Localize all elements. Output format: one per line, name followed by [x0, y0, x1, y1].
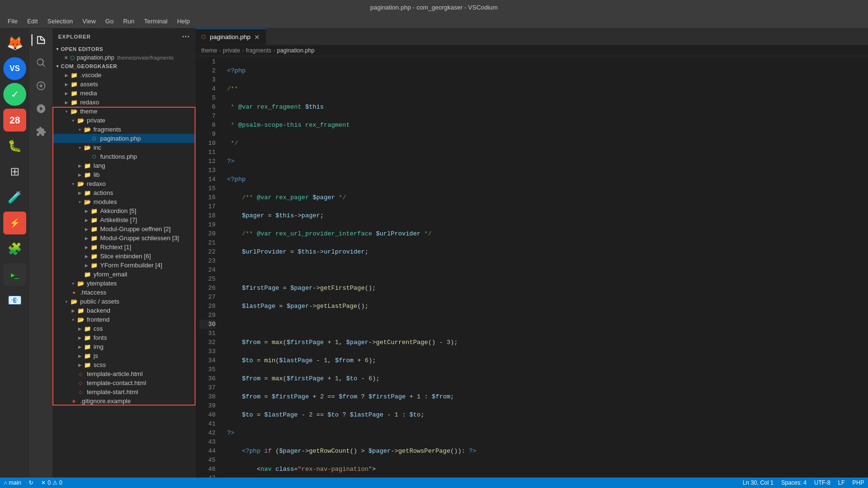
sidebar-more-icon[interactable]: ···	[182, 32, 190, 41]
app-icon-puzzle[interactable]: 🧩	[3, 237, 26, 260]
tree-inc[interactable]: ▾ 📂 inc	[52, 143, 196, 152]
tree-img[interactable]: ▶ 📁 img	[52, 342, 196, 351]
tree-fonts[interactable]: ▶ 📁 fonts	[52, 333, 196, 342]
app-icon-check[interactable]: ✓	[3, 83, 26, 106]
activity-explorer[interactable]	[31, 30, 51, 50]
tree-template-start[interactable]: ◇ template-start.html	[52, 387, 196, 396]
status-sync[interactable]: ↻	[29, 479, 33, 486]
tree-akkordion[interactable]: ▶ 📁 Akkordion [5]	[52, 206, 196, 215]
tree-label: assets	[80, 81, 98, 88]
menu-go[interactable]: Go	[102, 16, 117, 27]
tree-label-fragments: fragments	[93, 126, 121, 133]
menu-selection[interactable]: Selection	[43, 16, 76, 27]
tree-css[interactable]: ▶ 📁 css	[52, 324, 196, 333]
status-spaces[interactable]: Spaces: 4	[781, 479, 806, 486]
activity-search[interactable]	[31, 53, 51, 72]
tree-actions[interactable]: ▶ 📁 actions	[52, 188, 196, 197]
tree-media[interactable]: ▶ 📁 media	[52, 89, 196, 98]
menu-view[interactable]: View	[79, 16, 100, 27]
app-icon-extensions[interactable]: ⊞	[3, 160, 26, 183]
menu-terminal[interactable]: Terminal	[140, 16, 171, 27]
breadcrumb-file[interactable]: pagination.php	[277, 47, 315, 54]
app-icon-debug[interactable]: 🐛	[3, 134, 26, 157]
code-editor[interactable]: 12345 678910 1112131415 1617181920 21222…	[196, 56, 868, 478]
tree-modules[interactable]: ▾ 📂 modules	[52, 197, 196, 206]
tree-lang[interactable]: ▶ 📁 lang	[52, 161, 196, 170]
tree-frontend[interactable]: ▾ 📂 frontend	[52, 315, 196, 324]
folder-icon: 📁	[90, 244, 98, 251]
tree-slice-einbinden[interactable]: ▶ 📁 Slice einbinden [6]	[52, 252, 196, 261]
status-line-ending[interactable]: LF	[838, 479, 845, 486]
tree-label-fonts: fonts	[93, 334, 107, 341]
tree-gitignore[interactable]: ◈ .gitignore.example	[52, 396, 196, 406]
tab-close-button[interactable]: ✕	[254, 33, 260, 41]
app-icon-mail[interactable]: 📧	[3, 289, 26, 312]
breadcrumb-private[interactable]: private	[223, 47, 240, 54]
folder-icon: 📁	[90, 208, 98, 214]
menu-run[interactable]: Run	[119, 16, 138, 27]
folder-icon: 📁	[83, 172, 92, 178]
tree-redaxo-theme[interactable]: ▾ 📂 redaxo	[52, 179, 196, 188]
open-editor-close-icon[interactable]: ✕	[64, 55, 68, 61]
config-icon: ●	[70, 290, 78, 295]
open-editor-item[interactable]: ✕ ⬡ pagination.php theme/private/fragmen…	[52, 53, 196, 62]
tree-public-assets[interactable]: ▾ 📂 public / assets	[52, 297, 196, 306]
status-language[interactable]: PHP	[852, 479, 864, 486]
tree-vscode[interactable]: ▶ 📁 .vscode	[52, 71, 196, 80]
tree-template-article[interactable]: ◇ template-article.html	[52, 369, 196, 378]
status-line-col[interactable]: Ln 30, Col 1	[743, 479, 774, 486]
folder-open-icon: 📂	[76, 117, 85, 124]
activity-git[interactable]	[31, 76, 51, 95]
breadcrumb-sep2: ›	[242, 47, 244, 54]
tree-artikelliste[interactable]: ▶ 📁 Artikelliste [7]	[52, 215, 196, 224]
tree-functions-php[interactable]: ⬡ functions.php	[52, 152, 196, 161]
app-icon-zap[interactable]: ⚡	[3, 212, 26, 234]
breadcrumb-fragments[interactable]: fragments	[246, 47, 271, 54]
tree-label-ytemplates: ytemplates	[87, 280, 117, 287]
folder-icon: 📁	[83, 325, 92, 332]
window-title: pagination.php - com_georgkaser - VSCodi…	[370, 4, 497, 11]
status-errors[interactable]: ✕ 0 ⚠ 0	[41, 479, 62, 486]
menu-edit[interactable]: Edit	[23, 16, 41, 27]
status-encoding[interactable]: UTF-8	[814, 479, 830, 486]
breadcrumb: theme › private › fragments › pagination…	[196, 45, 868, 56]
tree-assets[interactable]: ▶ 📁 assets	[52, 80, 196, 89]
tree-label: scss	[93, 361, 106, 368]
tree-modul-gruppe-close[interactable]: ▶ 📁 Modul-Gruppe schliessen [3]	[52, 234, 196, 243]
tree-modul-gruppe-open[interactable]: ▶ 📁 Modul-Gruppe oeffnen [2]	[52, 224, 196, 234]
tree-template-contact[interactable]: ◇ template-contact.html	[52, 378, 196, 387]
tree-pagination-php[interactable]: ⬡ pagination.php	[52, 134, 196, 143]
code-content[interactable]: <?php /** * @var rex_fragment $this * @p…	[219, 56, 868, 478]
tree-theme[interactable]: ▾ 📂 theme	[52, 107, 196, 116]
tree-redaxo[interactable]: ▶ 📁 redaxo	[52, 98, 196, 107]
tree-yform-email[interactable]: 📁 yform_email	[52, 270, 196, 279]
tree-fragments[interactable]: ▾ 📂 fragments	[52, 125, 196, 134]
tree-yform-formbuilder[interactable]: ▶ 📁 YForm Formbuilder [4]	[52, 261, 196, 270]
breadcrumb-theme[interactable]: theme	[201, 47, 217, 54]
status-branch[interactable]: ⑃ main	[4, 479, 21, 486]
app-icon-terminal[interactable]: ▸_	[3, 263, 26, 286]
app-icon-firefox[interactable]: 🦊	[3, 31, 26, 54]
menu-file[interactable]: File	[4, 16, 21, 27]
open-editors-section[interactable]: ▾ OPEN EDITORS	[52, 45, 196, 53]
sidebar-content[interactable]: ▾ OPEN EDITORS ✕ ⬡ pagination.php theme/…	[52, 45, 196, 478]
tree-backend[interactable]: ▶ 📁 backend	[52, 306, 196, 315]
tree-htaccess[interactable]: ● .htaccess	[52, 288, 196, 297]
sidebar-header: EXPLORER ···	[52, 29, 196, 45]
tree-label: YForm Formbuilder [4]	[100, 262, 162, 269]
tree-ytemplates[interactable]: ▾ 📂 ytemplates	[52, 279, 196, 288]
tab-pagination-php[interactable]: ⬡ pagination.php ✕	[196, 29, 266, 45]
tree-js[interactable]: ▶ 📁 js	[52, 351, 196, 360]
tree-richtext[interactable]: ▶ 📁 Richtext [1]	[52, 243, 196, 252]
tree-private[interactable]: ▾ 📂 private	[52, 116, 196, 125]
app-icon-calendar[interactable]: 28	[3, 109, 26, 132]
tree-scss[interactable]: ▶ 📁 scss	[52, 360, 196, 369]
app-icon-vscode[interactable]: VS	[3, 57, 26, 80]
activity-extensions[interactable]	[31, 122, 51, 141]
tree-lib[interactable]: ▶ 📁 lib	[52, 170, 196, 179]
menu-help[interactable]: Help	[173, 16, 194, 27]
root-section[interactable]: ▾ COM_GEORGKASER	[52, 62, 196, 71]
app-icons-panel: 🦊 VS ✓ 28 🐛 ⊞ 🧪 ⚡ 🧩 ▸_ 📧	[0, 29, 30, 478]
app-icon-flask[interactable]: 🧪	[3, 186, 26, 209]
activity-run[interactable]	[31, 99, 51, 118]
